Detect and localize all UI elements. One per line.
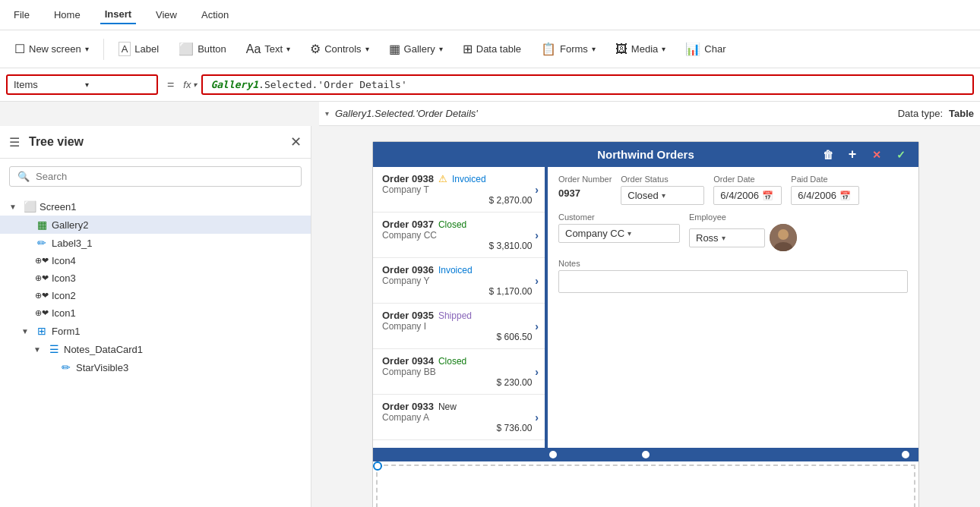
employee-text: Ross: [696, 232, 719, 244]
divider-handle-center[interactable]: [640, 449, 651, 460]
tree-item-icon1[interactable]: ⊕❤ Icon1: [0, 304, 311, 322]
tree-item-icon3[interactable]: ⊕❤ Icon3: [0, 269, 311, 287]
order-item-0937[interactable]: Order 0937 Closed Company CC $ 3,810.00 …: [373, 213, 545, 258]
new-screen-icon: ☐: [14, 42, 25, 56]
tree-item-notes-datacard1[interactable]: ▼ ☰ Notes_DataCard1: [0, 340, 311, 358]
tree-item-label3-1[interactable]: ✏ Label3_1: [0, 234, 311, 252]
screen-icon: ⬜: [23, 200, 36, 213]
controls-chevron-icon: ▾: [365, 45, 369, 53]
screen1-label: Screen1: [40, 201, 76, 213]
order-chevron-0934: ›: [535, 366, 539, 378]
add-button[interactable]: +: [842, 145, 862, 165]
menu-insert[interactable]: Insert: [100, 5, 136, 24]
starvisible3-icon: ✏: [59, 361, 73, 373]
order-item-0936[interactable]: Order 0936 Invoiced Company Y $ 1,170.00…: [373, 258, 545, 304]
order-company-0933: Company A: [382, 412, 532, 423]
order-company-0936: Company Y: [382, 276, 532, 286]
data-type-value: Table: [949, 108, 974, 119]
order-item-0933[interactable]: Order 0933 New Company A $ 736.00 ›: [373, 395, 545, 440]
delete-button[interactable]: 🗑: [818, 145, 838, 165]
suggestion-bar: ▾ Gallery1.Selected.'Order Details' Data…: [319, 102, 980, 126]
label-button[interactable]: A Label: [110, 36, 167, 61]
formula-input[interactable]: Gallery1 .Selected.'Order Details': [201, 74, 974, 95]
close-button[interactable]: ✕: [867, 145, 887, 165]
order-item-0938[interactable]: Order 0938 ⚠ Invoiced Company T $ 2,870.…: [373, 167, 545, 213]
order-amount-0937: $ 3,810.00: [382, 241, 532, 251]
tree-content: ▼ ⬜ Screen1 ▦ Gallery2 ✏ Label3_1 ⊕❤ Ico…: [0, 194, 311, 507]
menu-action[interactable]: Action: [197, 6, 233, 24]
order-item-0935[interactable]: Order 0935 Shipped Company I $ 606.50 ›: [373, 304, 545, 349]
tree-item-starvisible3[interactable]: ✏ StarVisible3: [0, 358, 311, 376]
property-selector[interactable]: Items ▾: [6, 74, 158, 95]
order-id-0933: Order 0933: [382, 401, 434, 412]
charts-button[interactable]: 📊 Char: [677, 36, 734, 61]
divider-handle-left[interactable]: [548, 449, 558, 460]
tree-close-button[interactable]: ✕: [290, 134, 302, 150]
data-table-button[interactable]: ⊞ Data table: [454, 36, 530, 61]
order-company-0937: Company CC: [382, 230, 532, 241]
employee-chevron-icon: ▾: [722, 234, 726, 242]
order-item-info-0936: Order 0936 Invoiced Company Y $ 1,170.00: [382, 264, 532, 297]
order-status-0937: Closed: [438, 219, 466, 230]
order-item-0934[interactable]: Order 0934 Closed Company BB $ 230.00 ›: [373, 349, 545, 395]
forms-button[interactable]: 📋 Forms ▾: [533, 36, 604, 61]
button-button[interactable]: ⬜ Button: [170, 36, 235, 61]
paid-date-label: Paid Date: [791, 175, 859, 184]
order-id-row: Order 0938 ⚠ Invoiced: [382, 173, 532, 184]
media-icon: 🖼: [615, 43, 628, 56]
menu-view[interactable]: View: [151, 6, 182, 24]
gallery-header-actions: 🗑 + ✕ ✓: [818, 145, 911, 165]
search-input[interactable]: [36, 171, 293, 182]
forms-chevron-icon: ▾: [592, 45, 596, 53]
order-chevron-0938: ›: [535, 184, 539, 196]
suggestion-chevron-icon: ▾: [325, 109, 329, 118]
check-button[interactable]: ✓: [891, 145, 911, 165]
tree-search-box[interactable]: 🔍: [9, 166, 302, 187]
order-status-input[interactable]: Closed ▾: [621, 186, 704, 205]
gallery-icon: ▦: [389, 42, 400, 56]
icon2-icon: ⊕❤: [35, 291, 49, 301]
order-id-0935: Order 0935: [382, 310, 434, 321]
tree-item-icon4[interactable]: ⊕❤ Icon4: [0, 252, 311, 269]
gallery-button[interactable]: ▦ Gallery ▾: [381, 36, 451, 61]
divider-handle-right[interactable]: [900, 449, 911, 460]
order-item-0932[interactable]: Order 0932 New Company K $ 800.00 ›: [373, 440, 545, 448]
toolbar-separator: [103, 39, 104, 60]
order-date-input[interactable]: 6/4/2006 📅: [713, 186, 782, 205]
order-number-field: Order Number 0937: [558, 175, 612, 205]
tree-item-screen1[interactable]: ▼ ⬜ Screen1: [0, 197, 311, 216]
menu-file[interactable]: File: [9, 6, 34, 24]
paid-date-calendar-icon: 📅: [839, 191, 851, 201]
equals-sign: =: [163, 78, 179, 92]
paid-date-field: Paid Date 6/4/2006 📅: [791, 175, 859, 205]
controls-button[interactable]: ⚙ Controls ▾: [302, 36, 377, 61]
tree-view-header: ☰ Tree view ✕: [0, 126, 311, 159]
order-id-row-0937: Order 0937 Closed: [382, 219, 532, 230]
handle-tl[interactable]: [373, 461, 382, 471]
customer-chevron-icon: ▾: [628, 229, 631, 238]
order-status-0938: Invoiced: [452, 174, 486, 184]
new-screen-button[interactable]: ☐ New screen ▾: [6, 36, 97, 61]
employee-input[interactable]: Ross ▾: [689, 228, 765, 247]
fx-badge: fx ▾: [183, 79, 197, 90]
order-id-0937: Order 0937: [382, 219, 434, 230]
notes-label: Notes: [558, 259, 908, 268]
fx-chevron-icon: ▾: [193, 80, 197, 89]
order-chevron-0935: ›: [535, 320, 539, 332]
customer-input[interactable]: Company CC ▾: [558, 224, 680, 243]
text-button[interactable]: Aa Text ▾: [238, 37, 299, 61]
order-status-0933: New: [438, 402, 457, 412]
paid-date-input[interactable]: 6/4/2006 📅: [791, 186, 859, 205]
menu-bar: File Home Insert View Action: [0, 0, 980, 30]
menu-home[interactable]: Home: [49, 6, 85, 24]
form-row-3: Notes: [558, 259, 908, 293]
notes-input[interactable]: [558, 270, 908, 293]
order-status-field: Order Status Closed ▾: [621, 175, 704, 205]
tree-item-gallery2[interactable]: ▦ Gallery2: [0, 216, 311, 234]
hamburger-icon[interactable]: ☰: [9, 135, 20, 150]
tree-item-form1[interactable]: ▼ ⊞ Form1: [0, 322, 311, 340]
media-button[interactable]: 🖼 Media ▾: [607, 37, 674, 61]
tree-item-icon2[interactable]: ⊕❤ Icon2: [0, 287, 311, 304]
form-panel: Order Number 0937 Order Status Closed ▾ …: [548, 167, 918, 448]
order-number-label: Order Number: [558, 175, 612, 184]
